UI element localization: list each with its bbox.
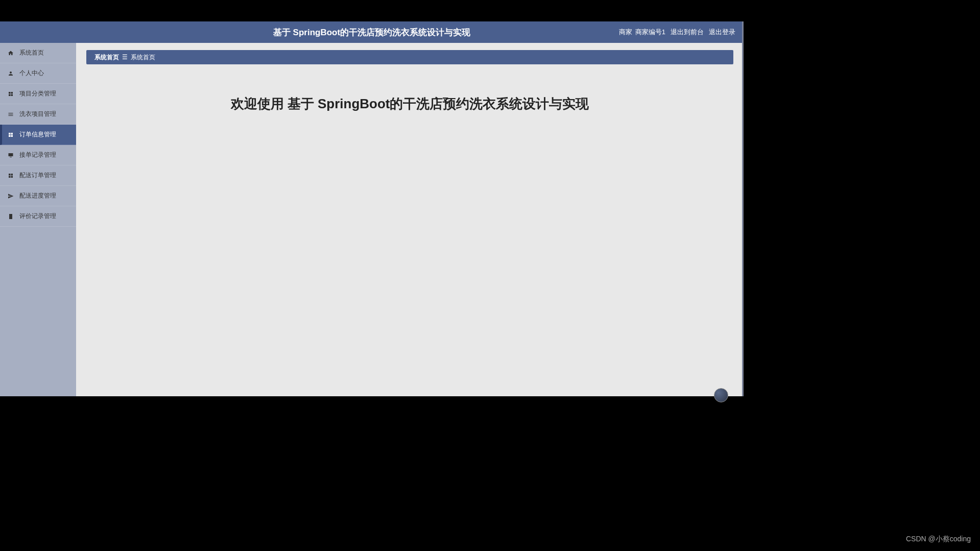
sidebar-item-label: 配送进度管理 bbox=[19, 191, 56, 200]
sidebar-item-profile[interactable]: 个人中心 bbox=[0, 63, 76, 84]
logout-link[interactable]: 退出登录 bbox=[709, 28, 735, 37]
send-icon bbox=[7, 193, 14, 200]
list-icon bbox=[7, 111, 14, 118]
breadcrumb: 系统首页 ☰ 系统首页 bbox=[86, 50, 733, 64]
grid-icon bbox=[7, 172, 14, 179]
sidebar-item-label: 配送订单管理 bbox=[19, 171, 56, 180]
sidebar-item-home[interactable]: 系统首页 bbox=[0, 43, 76, 63]
watermark: CSDN @小蔡coding bbox=[906, 535, 971, 544]
grid-icon bbox=[7, 90, 14, 98]
breadcrumb-current: 系统首页 bbox=[131, 53, 155, 62]
sidebar-item-orders[interactable]: 订单信息管理 bbox=[0, 125, 76, 145]
header: 基于 SpringBoot的干洗店预约洗衣系统设计与实现 商家 商家编号1 退出… bbox=[0, 21, 744, 43]
home-icon bbox=[7, 50, 14, 57]
sidebar-item-category[interactable]: 项目分类管理 bbox=[0, 84, 76, 104]
header-actions: 商家 商家编号1 退出到前台 退出登录 bbox=[619, 28, 735, 37]
exit-front-link[interactable]: 退出到前台 bbox=[671, 28, 704, 37]
sidebar-item-label: 接单记录管理 bbox=[19, 151, 56, 159]
sidebar-item-label: 评价记录管理 bbox=[19, 212, 56, 221]
sidebar-item-label: 洗衣项目管理 bbox=[19, 110, 56, 118]
sidebar-item-label: 项目分类管理 bbox=[19, 89, 56, 98]
user-role[interactable]: 商家 bbox=[619, 28, 632, 37]
sidebar-item-progress[interactable]: 配送进度管理 bbox=[0, 186, 76, 206]
user-icon bbox=[7, 70, 14, 77]
grid-icon bbox=[7, 131, 14, 138]
sidebar-item-accept[interactable]: 接单记录管理 bbox=[0, 145, 76, 165]
avatar[interactable] bbox=[714, 388, 728, 402]
user-name[interactable]: 商家编号1 bbox=[635, 28, 665, 37]
sidebar-item-label: 个人中心 bbox=[19, 69, 44, 78]
breadcrumb-separator: ☰ bbox=[122, 54, 128, 61]
breadcrumb-root[interactable]: 系统首页 bbox=[94, 53, 119, 62]
monitor-icon bbox=[7, 152, 14, 159]
sidebar-item-delivery[interactable]: 配送订单管理 bbox=[0, 165, 76, 186]
sidebar-item-label: 系统首页 bbox=[19, 49, 44, 57]
welcome-heading: 欢迎使用 基于 SpringBoot的干洗店预约洗衣系统设计与实现 bbox=[86, 95, 733, 113]
sidebar: 系统首页 个人中心 项目分类管理 洗衣项目管理 bbox=[0, 43, 76, 396]
sidebar-item-review[interactable]: 评价记录管理 bbox=[0, 206, 76, 227]
sidebar-scrollbar[interactable] bbox=[742, 21, 744, 396]
main-content: 系统首页 ☰ 系统首页 欢迎使用 基于 SpringBoot的干洗店预约洗衣系统… bbox=[76, 43, 744, 396]
clipboard-icon bbox=[7, 213, 14, 220]
page-title: 基于 SpringBoot的干洗店预约洗衣系统设计与实现 bbox=[273, 27, 470, 38]
sidebar-item-laundry[interactable]: 洗衣项目管理 bbox=[0, 104, 76, 125]
sidebar-item-label: 订单信息管理 bbox=[19, 130, 56, 139]
